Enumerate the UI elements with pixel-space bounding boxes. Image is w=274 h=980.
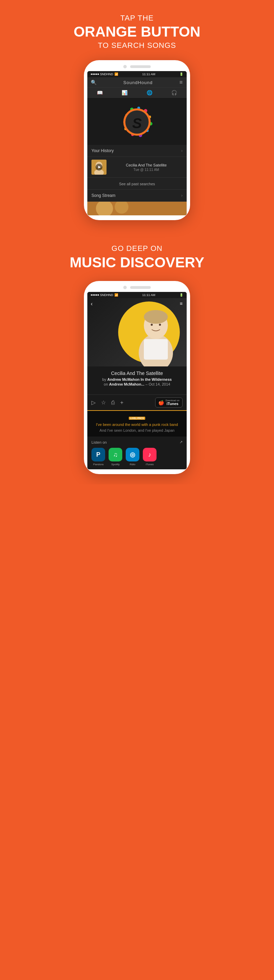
status-left: SNDHND 📶 — [91, 72, 118, 76]
download-label: Download on — [165, 399, 179, 402]
spotify-service[interactable]: ♫ Spotify — [109, 448, 122, 466]
itunes-label: iTunes — [165, 402, 179, 406]
svg-point-25 — [159, 324, 161, 326]
song-title: Cecilia And The Satellite — [110, 163, 183, 167]
phone-speaker-2 — [130, 286, 151, 289]
stream-preview-svg — [87, 202, 187, 215]
phone-camera — [123, 65, 127, 68]
history-chevron: › — [181, 148, 183, 153]
itunes-text-block: Download on iTunes — [165, 399, 179, 406]
history-header[interactable]: Your History › — [87, 145, 187, 157]
stream-section[interactable]: Song Stream › — [87, 190, 187, 202]
add-button[interactable]: + — [120, 399, 123, 406]
album-name: Andrew McMahon... — [109, 382, 144, 386]
section1-line3: TO SEARCH SONGS — [7, 41, 267, 50]
phone-frame-2: SNDHND 📶 11:11 AM 🔋 — [84, 281, 190, 474]
section2-line1: GO DEEP ON — [7, 244, 267, 253]
search-icon[interactable]: 🔍 — [91, 80, 96, 85]
tab-book-icon[interactable]: 📖 — [97, 90, 103, 95]
stream-preview-image — [87, 202, 187, 215]
stream-label: Song Stream — [91, 193, 115, 198]
lyrics-text: I've been around the world with a punk r… — [91, 422, 183, 433]
menu-button-2[interactable]: ≡ — [180, 301, 183, 306]
listen-expand-icon[interactable]: ↗ — [179, 440, 183, 444]
play-icon — [98, 166, 101, 169]
live-badge: LIVELYRICS — [129, 417, 146, 420]
signal-dot — [91, 73, 92, 75]
nav-bar-1: 🔍 SoundHound ≡ — [87, 77, 187, 88]
play-button[interactable]: ▷ — [91, 399, 96, 406]
spotify-icon: ♫ — [109, 448, 122, 461]
signal-dot — [93, 73, 94, 75]
pandora-service[interactable]: P Pandora — [91, 448, 105, 466]
signal-dot-2 — [98, 294, 99, 296]
tab-chart-icon[interactable]: 📊 — [122, 90, 127, 95]
favorite-button[interactable]: ☆ — [101, 399, 106, 406]
song-detail-section: Cecilia And The Satellite by Andrew McMa… — [87, 366, 187, 395]
listen-header: Listen on ↗ — [91, 440, 183, 444]
play-overlay — [96, 164, 103, 170]
artist-figure — [132, 298, 180, 366]
itunes-service-label: iTunes — [146, 463, 154, 466]
section1-line2: ORANGE BUTTON — [7, 24, 267, 40]
rdio-label: Rdio — [130, 463, 135, 466]
status-bar-1: SNDHND 📶 11:11 AM 🔋 — [87, 71, 187, 77]
rdio-service[interactable]: ◎ Rdio — [126, 448, 139, 466]
carrier-name: SNDHND — [100, 72, 113, 76]
pandora-icon: P — [91, 448, 105, 461]
svg-rect-23 — [144, 339, 168, 360]
section1-line1: TAP THE — [7, 14, 267, 22]
carrier-name-2: SNDHND — [100, 293, 113, 297]
itunes-service-icon: ♪ — [143, 448, 157, 461]
back-button[interactable]: ‹ — [91, 301, 93, 307]
release-date: Oct 14, 2014 — [149, 382, 170, 386]
tab-headphone-icon[interactable]: 🎧 — [171, 90, 177, 95]
song-hero-image: ‹ ≡ — [87, 298, 187, 366]
menu-icon[interactable]: ≡ — [179, 79, 183, 86]
soundhound-logo-svg: S — [118, 103, 156, 141]
wifi-icon-2: 📶 — [114, 293, 118, 297]
phone-screen-2: SNDHND 📶 11:11 AM 🔋 — [87, 292, 187, 469]
phone-top — [87, 65, 187, 68]
listen-label: Listen on — [91, 440, 107, 444]
battery-icon: 🔋 — [179, 72, 183, 76]
apple-icon: 🍎 — [158, 400, 164, 406]
action-bar: ▷ ☆ ⎙ + 🍎 Download on iTunes — [87, 395, 187, 410]
phone-screen-1: SNDHND 📶 11:11 AM 🔋 🔍 SoundHound ≡ 📖 📊 🌐… — [87, 71, 187, 215]
svg-text:S: S — [132, 115, 142, 131]
status-bar-2: SNDHND 📶 11:11 AM 🔋 — [87, 292, 187, 298]
svg-point-22 — [144, 310, 168, 324]
tab-bar-1: 📖 📊 🌐 🎧 — [87, 88, 187, 98]
album-date: – — [146, 382, 149, 386]
signal-dot-2 — [96, 294, 97, 296]
rdio-icon: ◎ — [126, 448, 139, 461]
song-info: Cecilia And The Satellite Tue @ 11:11 AM — [110, 163, 183, 172]
wifi-icon: 📶 — [114, 72, 118, 76]
lyrics-line1: I've been around the world with a punk r… — [91, 422, 183, 428]
tab-globe-icon[interactable]: 🌐 — [147, 90, 152, 95]
itunes-download-button[interactable]: 🍎 Download on iTunes — [155, 398, 183, 407]
signal-dots — [91, 73, 99, 75]
see-all-searches[interactable]: See all past searches — [87, 178, 187, 190]
phone-top-2 — [87, 286, 187, 289]
soundhound-logo-area[interactable]: S — [87, 98, 187, 145]
song-detail-album: on Andrew McMahon... – Oct 14, 2014 — [91, 382, 183, 386]
signal-dot — [98, 73, 99, 75]
spotify-label: Spotify — [111, 463, 120, 466]
lyrics-section: LIVELYRICS I've been around the world wi… — [87, 410, 187, 436]
lyrics-line2: And I've seen London, and I've played Ja… — [100, 428, 175, 433]
signal-dot — [94, 73, 96, 75]
app-title: SoundHound — [123, 80, 153, 85]
history-song-item[interactable]: Cecilia And The Satellite Tue @ 11:11 AM — [87, 157, 187, 178]
song-thumbnail — [91, 160, 107, 175]
signal-dot-2 — [91, 294, 92, 296]
itunes-service[interactable]: ♪ iTunes — [143, 448, 157, 466]
song-time: Tue @ 11:11 AM — [110, 168, 183, 172]
share-button[interactable]: ⎙ — [111, 399, 115, 406]
battery-icon-2: 🔋 — [179, 293, 183, 297]
see-all-label: See all past searches — [119, 182, 155, 186]
svg-point-24 — [151, 324, 153, 326]
phone-speaker — [130, 65, 151, 68]
album-label: on — [104, 382, 108, 386]
listen-section: Listen on ↗ P Pandora ♫ Spotify ◎ Rdio — [87, 436, 187, 469]
